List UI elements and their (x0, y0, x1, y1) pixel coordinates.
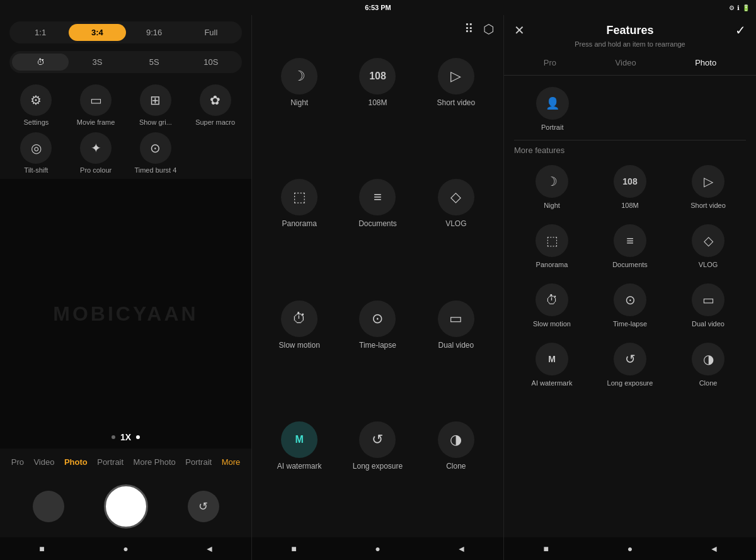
more-features-grid: ☽ Night 108 108M ▷ Short video ⬚ Panoram… (514, 159, 746, 393)
right-nav-circle[interactable]: ● (624, 543, 636, 554)
clone-icon[interactable]: ◑ (438, 421, 474, 458)
feature-slow-motion: ⏱ Slow motion (261, 292, 337, 410)
right-nav-square[interactable]: ■ (541, 543, 552, 554)
close-button[interactable]: ✕ (514, 23, 533, 38)
rf-short-video-icon[interactable]: ▷ (692, 165, 724, 198)
rf-108m-icon[interactable]: 108 (614, 165, 646, 198)
rf-vlog-label: VLOG (699, 261, 718, 268)
ai-watermark-label: AI watermark (277, 462, 322, 471)
status-bar: 6:53 PM ⚙ ℹ 🔋 (0, 0, 756, 15)
gallery-button[interactable] (33, 491, 64, 522)
aspect-1-1[interactable]: 1:1 (12, 24, 69, 41)
long-exposure-icon[interactable]: ↺ (359, 421, 396, 458)
confirm-button[interactable]: ✓ (727, 23, 746, 38)
mid-nav-back[interactable]: ◄ (456, 543, 467, 554)
right-nav-bar: ■ ● ◄ (504, 537, 756, 560)
portrait-icon[interactable]: 👤 (536, 87, 569, 120)
ai-watermark-icon[interactable]: M (281, 421, 318, 458)
feature-clone: ◑ Clone (418, 413, 494, 531)
grid-menu-icon[interactable]: ⠿ (464, 21, 474, 37)
mode-portrait[interactable]: Portrait (94, 456, 126, 468)
rf-slow-motion-icon[interactable]: ⏱ (536, 283, 568, 316)
aspect-3-4[interactable]: 3:4 (69, 24, 125, 41)
rf-dual-video-icon[interactable]: ▭ (692, 283, 724, 316)
pro-colour-item: ✦ Pro colour (69, 132, 123, 174)
rf-ai-watermark-icon[interactable]: M (536, 343, 568, 375)
rf-night-icon[interactable]: ☽ (536, 165, 568, 198)
rf-108m-label: 108M (621, 202, 639, 209)
flip-camera-button[interactable]: ↺ (188, 491, 219, 522)
rf-long-exposure-icon[interactable]: ↺ (614, 343, 646, 375)
timer-5s[interactable]: 5S (126, 54, 183, 71)
rf-vlog-icon[interactable]: ◇ (692, 224, 724, 257)
short-video-icon[interactable]: ▷ (438, 58, 474, 94)
feature-short-video: ▷ Short video (418, 49, 494, 168)
share-icon[interactable]: ⬡ (483, 21, 494, 37)
movie-frame-icon[interactable]: ▭ (80, 84, 112, 116)
dual-video-icon[interactable]: ▭ (438, 300, 474, 337)
mode-pro[interactable]: Pro (9, 456, 26, 468)
feature-108m: 108 108M (340, 49, 415, 168)
mode-more-photo[interactable]: More Photo (131, 456, 178, 468)
tilt-shift-icon[interactable]: ◎ (20, 132, 52, 164)
time-lapse-icon[interactable]: ⊙ (359, 300, 396, 337)
tab-photo[interactable]: Photo (689, 57, 723, 69)
movie-frame-item: ▭ Movie frame (69, 84, 123, 126)
nav-square-icon[interactable]: ■ (37, 543, 48, 554)
aspect-9-16[interactable]: 9:16 (126, 24, 183, 41)
movie-frame-label: Movie frame (77, 118, 115, 126)
feature-night: ☽ Night (261, 49, 337, 168)
rf-ai-watermark-label: AI watermark (532, 379, 573, 387)
mid-nav-circle[interactable]: ● (372, 543, 384, 554)
mode-video[interactable]: Video (31, 456, 57, 468)
rf-clone-label: Clone (699, 379, 718, 387)
left-panel: 1:1 3:4 9:16 Full ⏱ 3S 5S 10S ⚙ Settings… (0, 15, 252, 560)
documents-icon[interactable]: ≡ (359, 179, 396, 215)
108m-icon[interactable]: 108 (359, 58, 396, 94)
timer-10s[interactable]: 10S (183, 54, 239, 71)
rf-documents-label: Documents (612, 261, 648, 268)
zoom-value[interactable]: 1X (120, 432, 131, 442)
features-section: 👤 Portrait More features ☽ Night 108 108… (504, 76, 756, 537)
settings-item: ⚙ Settings (9, 84, 63, 126)
settings-icon[interactable]: ⚙ (20, 84, 52, 116)
slow-motion-icon[interactable]: ⏱ (281, 300, 318, 337)
right-nav-back[interactable]: ◄ (708, 543, 719, 554)
mid-nav-square[interactable]: ■ (289, 543, 300, 554)
show-grid-icon[interactable]: ⊞ (140, 84, 171, 116)
feature-panorama: ⬚ Panorama (261, 170, 337, 289)
panorama-label: Panorama (282, 219, 316, 228)
timer-off[interactable]: ⏱ (12, 54, 69, 71)
tab-video[interactable]: Video (609, 57, 643, 69)
slow-motion-label: Slow motion (278, 341, 319, 350)
panorama-icon[interactable]: ⬚ (281, 179, 318, 215)
super-macro-item: ✿ Super macro (188, 84, 242, 126)
nav-back-icon[interactable]: ◄ (204, 543, 215, 554)
rf-panorama: ⬚ Panorama (514, 218, 590, 275)
rf-time-lapse-label: Time-lapse (613, 320, 647, 328)
rf-slow-motion-label: Slow motion (533, 320, 571, 328)
portrait-item: 👤 Portrait (514, 81, 590, 137)
rf-clone-icon[interactable]: ◑ (692, 343, 724, 375)
rf-panorama-icon[interactable]: ⬚ (536, 224, 568, 257)
tab-pro[interactable]: Pro (537, 57, 563, 69)
rf-panorama-label: Panorama (536, 261, 568, 268)
night-icon[interactable]: ☽ (281, 58, 318, 94)
vlog-icon[interactable]: ◇ (438, 179, 474, 215)
timed-burst-label: Timed burst 4 (134, 166, 176, 174)
middle-nav-bar: ■ ● ◄ (252, 537, 503, 560)
mode-more[interactable]: More (219, 456, 243, 468)
zoom-dot-left (112, 435, 115, 439)
rf-time-lapse-icon[interactable]: ⊙ (614, 283, 646, 316)
super-macro-icon[interactable]: ✿ (200, 84, 231, 116)
timer-3s[interactable]: 3S (69, 54, 125, 71)
mode-photo[interactable]: Photo (62, 456, 90, 468)
aspect-full[interactable]: Full (183, 24, 239, 41)
timed-burst-icon[interactable]: ⊙ (140, 132, 171, 164)
shutter-button[interactable] (104, 484, 148, 529)
rf-documents-icon[interactable]: ≡ (614, 224, 646, 257)
mode-portrait-2[interactable]: Portrait (183, 456, 214, 468)
features-subtitle: Press and hold an item to rearrange (504, 40, 756, 53)
nav-circle-icon[interactable]: ● (120, 543, 132, 554)
pro-colour-icon[interactable]: ✦ (80, 132, 112, 164)
